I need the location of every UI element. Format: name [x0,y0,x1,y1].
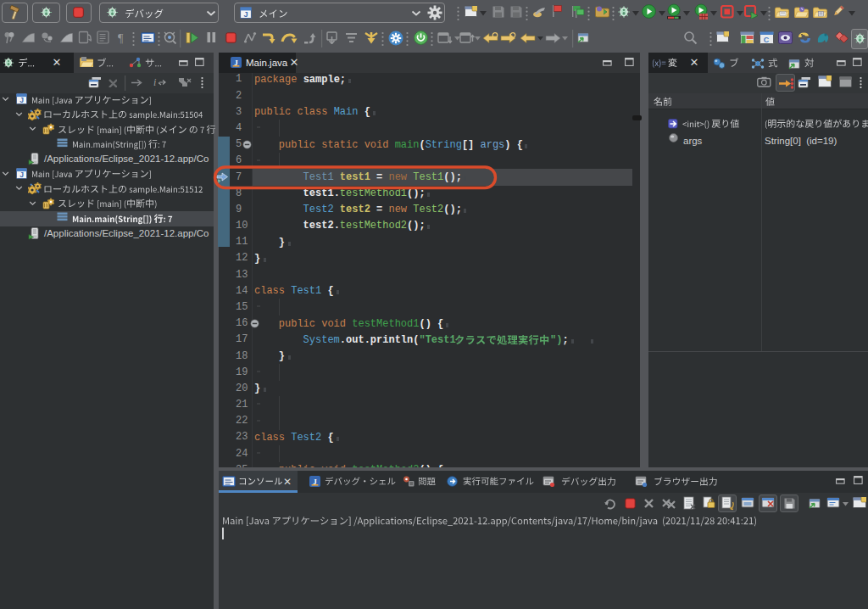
svg-text:i: i [153,76,156,87]
svg-text:¶: ¶ [118,32,124,45]
svg-text:J: J [19,170,24,179]
svg-text:C: C [764,36,770,44]
svg-text:J: J [19,96,24,104]
svg-text:J: J [243,10,248,19]
